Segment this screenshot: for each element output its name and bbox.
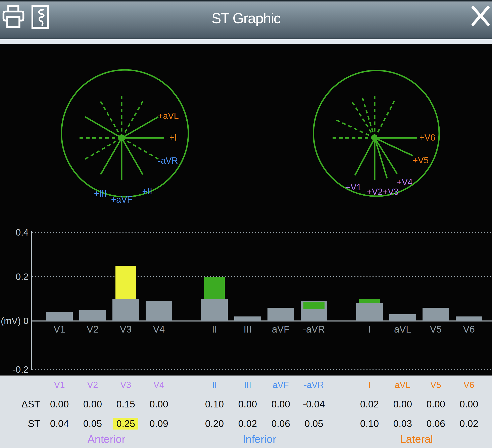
- table-header--aVR: -aVR: [292, 380, 336, 390]
- axis-label-pI: +I: [169, 132, 177, 143]
- bar-label--aVR: -aVR: [294, 324, 334, 335]
- bar-V2: [79, 310, 106, 321]
- st-value-V4: 0.09: [137, 418, 181, 429]
- row-label-delta-st: ΔST: [8, 399, 40, 410]
- axis-label-pV2pV3: +V2+V3: [367, 187, 399, 197]
- y-axis-line: [31, 231, 32, 370]
- group-label-anterior: Anterior: [87, 433, 125, 445]
- group-label-inferior: Inferior: [243, 433, 276, 445]
- table-header-V6: V6: [447, 380, 491, 390]
- delta-block--aVR: [303, 302, 325, 309]
- delta-block-V3: [115, 266, 136, 299]
- y-tick-0_4: 0.4: [0, 227, 29, 238]
- st-values-table: ΔST ST V10.000.04V20.000.05V30.150.25V40…: [0, 376, 492, 448]
- st-alarm-highlight: 0.25: [113, 418, 138, 429]
- axis-label-pV1: +V1: [345, 182, 361, 192]
- bar-V4: [146, 301, 172, 321]
- delta-block-II: [204, 277, 225, 299]
- delta-st-value-V4: 0.00: [137, 399, 181, 410]
- bar-aVF: [267, 308, 294, 321]
- gridline-neg0_2: [32, 369, 492, 370]
- y-tick-neg0_2: -0.2: [0, 364, 29, 375]
- bar-V6: [456, 316, 482, 321]
- bar-V1: [46, 312, 73, 321]
- group-label-lateral: Lateral: [400, 433, 433, 445]
- gridline-0_4: [32, 232, 492, 233]
- axis-label-pII: +II: [142, 186, 152, 196]
- bar-label-V4: V4: [139, 324, 179, 335]
- axis-label-pV4: +V4: [397, 177, 413, 187]
- axis-label-pIII: +III: [94, 189, 106, 199]
- axis-label-pV6: +V6: [419, 132, 435, 143]
- axis-label-paVL: +aVL: [158, 111, 179, 121]
- delta-st-value-V6: 0.00: [447, 399, 491, 410]
- row-label-st: ST: [8, 418, 40, 429]
- axis-label-pV5: +V5: [413, 155, 429, 165]
- bar-II: [201, 299, 228, 321]
- axis-label-paVF: +aVF: [111, 194, 132, 205]
- axis-label-naVR: -aVR: [158, 156, 178, 166]
- lead-axis-diagrams: [0, 0, 492, 225]
- bar-I: [356, 303, 383, 321]
- delta-block-I: [359, 299, 380, 303]
- bar-aVL: [390, 314, 416, 321]
- table-header-V4: V4: [137, 380, 181, 390]
- delta-st-value--aVR: -0.04: [292, 399, 336, 410]
- bar-V5: [422, 308, 449, 321]
- st-value-V6: 0.02: [447, 418, 491, 429]
- y-tick-0_2: 0.2: [0, 272, 29, 282]
- st-graphic-dialog: ST Graphic +aVL+I-aVR+II+aVF+III+V6+V5+V…: [0, 0, 492, 448]
- st-value--aVR: 0.05: [292, 418, 336, 429]
- bar-V3: [113, 299, 139, 321]
- bar-label-V6: V6: [449, 324, 489, 335]
- y-axis-unit: (mV): [1, 316, 21, 326]
- gridline-0_2: [32, 276, 492, 277]
- y-tick-0: (mV) 0: [0, 316, 29, 326]
- bar-III: [234, 316, 261, 321]
